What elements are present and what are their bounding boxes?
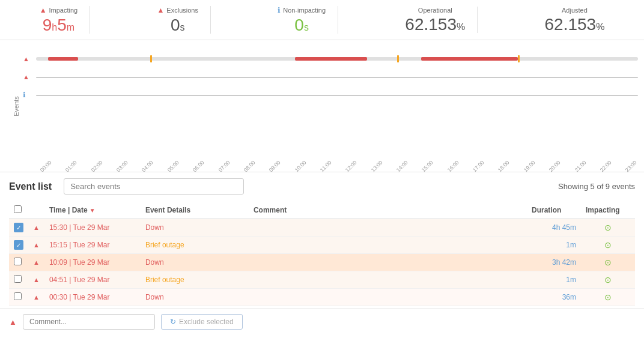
event-list-header: Event list Showing 5 of 9 events <box>9 178 635 195</box>
row-duration: 4h 45m <box>527 219 581 237</box>
row-detail: Brief outage <box>141 237 249 254</box>
table-row: ✓ ▲ 15:30 | Tue 29 Mar Down 4h 45m ⊙ <box>9 219 635 237</box>
th-time-date[interactable]: Time | Date ▼ <box>44 202 141 219</box>
timeline-row-1: ▲ <box>36 52 638 65</box>
timeline-line-1 <box>36 57 638 61</box>
impacting-check-icon: ⊙ <box>604 223 612 232</box>
warn-icon: ▲ <box>33 294 40 301</box>
footer-bar: ▲ ↻ Exclude selected <box>0 309 644 334</box>
info-icon-nonimpacting: ℹ <box>278 6 281 14</box>
row-detail: Down <box>141 289 249 306</box>
row-comment <box>249 237 527 254</box>
row-warn-icon: ▲ <box>28 271 44 289</box>
exclusions-value: 0s <box>171 17 185 34</box>
impacting-check-icon: ⊙ <box>604 258 612 267</box>
th-type-icon <box>28 202 44 219</box>
row-checkbox-cell[interactable] <box>9 254 28 271</box>
row-warn-icon: ▲ <box>28 219 44 237</box>
timeline-row-2: ▲ <box>36 70 638 83</box>
nonimpacting-label: Non-impacting <box>283 7 326 14</box>
stat-operational: Operational 62.153% <box>393 7 478 33</box>
event-list-section: Event list Showing 5 of 9 events Time | … <box>0 169 644 306</box>
warn-icon: ▲ <box>33 241 40 249</box>
warn-icon-row1: ▲ <box>23 55 29 62</box>
operational-value: 62.153% <box>405 16 465 33</box>
warn-icon-exclusions: ▲ <box>157 6 164 14</box>
impacting-value: 9h5m <box>43 17 74 34</box>
row-detail: Down <box>141 219 249 237</box>
row-checkbox-cell[interactable] <box>9 289 28 306</box>
impacting-hours: 9 <box>43 16 52 34</box>
stat-adjusted: Adjusted 62.153% <box>532 7 616 33</box>
th-event-details: Event Details <box>141 202 249 219</box>
row-duration: 1m <box>527 271 581 289</box>
row-checkbox[interactable] <box>14 258 22 265</box>
row-warn-icon: ▲ <box>28 254 44 271</box>
events-axis-label: Events <box>13 96 20 116</box>
operational-label: Operational <box>418 7 452 14</box>
nonimpacting-value: 0s <box>294 17 309 34</box>
row-time: 15:15 | Tue 29 Mar <box>44 237 141 254</box>
stat-exclusions: ▲ Exclusions 0s <box>145 6 210 34</box>
sort-arrow-icon: ▼ <box>90 207 96 214</box>
stat-impacting: ▲ Impacting 9h5m <box>28 6 91 34</box>
row-checkbox[interactable] <box>14 275 22 283</box>
impacting-check-icon: ⊙ <box>604 292 612 302</box>
table-row: ▲ 00:30 | Tue 29 Mar Down 36m ⊙ <box>9 289 635 306</box>
row-impacting: ⊙ <box>581 271 635 289</box>
row-duration: 1m <box>527 237 581 254</box>
row-checkbox-cell[interactable]: ✓ <box>9 237 28 254</box>
row-checkbox-cell[interactable] <box>9 271 28 289</box>
warn-icon-impacting: ▲ <box>40 6 47 14</box>
row-time: 10:09 | Tue 29 Mar <box>44 254 141 271</box>
select-all-checkbox[interactable] <box>14 205 22 213</box>
stats-bar: ▲ Impacting 9h5m ▲ Exclusions 0s ℹ Non-i… <box>0 0 644 40</box>
row-comment <box>249 289 527 306</box>
comment-input[interactable] <box>23 314 155 330</box>
sort-time-date[interactable]: Time | Date ▼ <box>49 206 96 214</box>
checked-icon: ✓ <box>14 240 23 250</box>
event-list-title: Event list <box>9 181 52 192</box>
table-row: ▲ 10:09 | Tue 29 Mar Down 3h 42m ⊙ <box>9 254 635 271</box>
timeline-row-3: ℹ <box>36 88 638 101</box>
chart-area: Events ▲ ▲ ℹ <box>0 40 644 172</box>
row-time: 00:30 | Tue 29 Mar <box>44 289 141 306</box>
th-comment: Comment <box>249 202 527 219</box>
event-table-body: ✓ ▲ 15:30 | Tue 29 Mar Down 4h 45m ⊙ ✓ ▲… <box>9 219 635 306</box>
warn-icon: ▲ <box>33 224 40 231</box>
adjusted-value: 62.153% <box>544 16 604 33</box>
th-select-all[interactable] <box>9 202 28 219</box>
exclude-label: Exclude selected <box>179 318 234 326</box>
row-warn-icon: ▲ <box>28 289 44 306</box>
row-duration: 3h 42m <box>527 254 581 271</box>
row-detail: Brief outage <box>141 271 249 289</box>
row-duration: 36m <box>527 289 581 306</box>
adjusted-label: Adjusted <box>562 7 588 14</box>
table-row: ✓ ▲ 15:15 | Tue 29 Mar Brief outage 1m ⊙ <box>9 237 635 254</box>
footer-warn-icon: ▲ <box>9 318 17 327</box>
warn-icon-row2: ▲ <box>23 73 29 80</box>
showing-label: Showing 5 of 9 events <box>558 182 635 191</box>
row-checkbox-cell[interactable]: ✓ <box>9 219 28 237</box>
row-time: 04:51 | Tue 29 Mar <box>44 271 141 289</box>
impacting-label: Impacting <box>49 7 78 14</box>
row-comment <box>249 254 527 271</box>
exclude-selected-button[interactable]: ↻ Exclude selected <box>161 314 243 330</box>
impacting-minutes: 5 <box>57 16 67 34</box>
table-header-row: Time | Date ▼ Event Details Comment Dura… <box>9 202 635 219</box>
timeline-line-3 <box>36 95 638 96</box>
row-comment <box>249 219 527 237</box>
row-detail: Down <box>141 254 249 271</box>
th-impacting: Impacting <box>581 202 635 219</box>
search-input[interactable] <box>64 178 244 195</box>
stat-nonimpacting: ℹ Non-impacting 0s <box>266 6 338 34</box>
event-table: Time | Date ▼ Event Details Comment Dura… <box>9 202 635 306</box>
row-comment <box>249 271 527 289</box>
warn-icon: ▲ <box>33 259 40 266</box>
row-impacting: ⊙ <box>581 289 635 306</box>
row-checkbox[interactable] <box>14 292 22 300</box>
timeline-line-2 <box>36 77 638 78</box>
row-time: 15:30 | Tue 29 Mar <box>44 219 141 237</box>
chart-inner: ▲ ▲ ℹ <box>36 52 638 117</box>
warn-icon: ▲ <box>33 276 40 283</box>
